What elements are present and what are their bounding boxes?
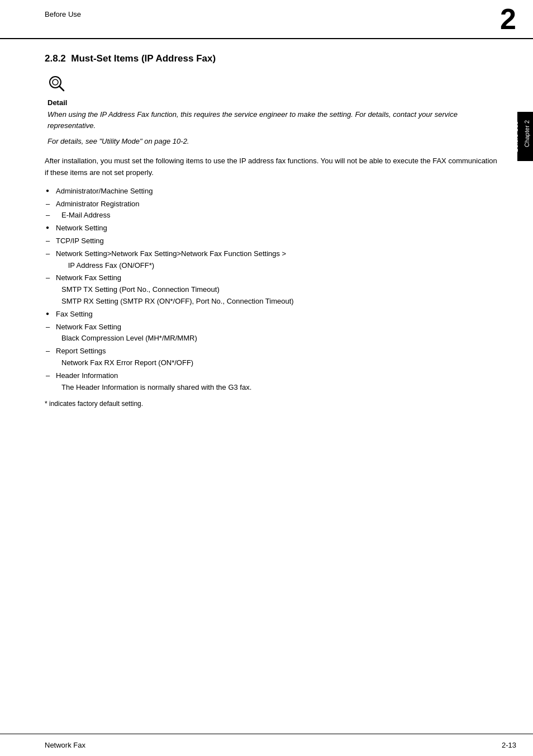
page-footer: Network Fax 2-13 xyxy=(0,734,533,756)
detail-title: Detail xyxy=(47,98,502,107)
list-item: Network Fax RX Error Report (ON*/OFF) xyxy=(45,357,502,369)
list-item: Header Information xyxy=(45,370,502,382)
list-item: TCP/IP Setting xyxy=(45,235,502,247)
list-item: Administrator/Machine Setting xyxy=(45,186,502,197)
detail-box: Detail When using the IP Address Fax fun… xyxy=(47,74,502,145)
right-side-tab: Chapter 2 Before Use xyxy=(517,112,533,161)
right-tab-before-use-label: Before Use xyxy=(512,121,519,152)
section-number: 2.8.2 xyxy=(45,53,66,64)
section-title: Must-Set Items (IP Address Fax) xyxy=(71,53,216,64)
detail-icon xyxy=(47,74,65,96)
footer-page-number: 2-13 xyxy=(502,741,516,749)
header-before-use-label: Before Use xyxy=(45,10,81,18)
list-item: Network Setting xyxy=(45,223,502,234)
top-header: Before Use 2 xyxy=(0,0,533,39)
section-heading: 2.8.2 Must-Set Items (IP Address Fax) xyxy=(45,53,502,64)
list-item: Network Setting>Network Fax Setting>Netw… xyxy=(45,248,502,272)
footnote: * indicates factory default setting. xyxy=(45,400,502,408)
list-item: Black Compression Level (MH*/MR/MMR) xyxy=(45,333,502,344)
items-list: Administrator/Machine Setting Administra… xyxy=(45,186,502,394)
right-tab-chapter-label: Chapter 2 xyxy=(524,120,530,147)
svg-line-1 xyxy=(60,87,64,91)
detail-text: When using the IP Address Fax function, … xyxy=(47,109,502,131)
intro-paragraph: After installation, you must set the fol… xyxy=(45,155,502,179)
list-item: SMTP TX Setting (Port No., Connection Ti… xyxy=(45,284,502,296)
list-item: E-Mail Address xyxy=(45,210,502,221)
list-item: Fax Setting xyxy=(45,309,502,320)
list-item: SMTP RX Setting (SMTP RX (ON*/OFF), Port… xyxy=(45,296,502,308)
list-item: Network Fax Setting xyxy=(45,272,502,284)
footer-network-fax-label: Network Fax xyxy=(45,741,85,749)
main-content: 2.8.2 Must-Set Items (IP Address Fax) De… xyxy=(0,39,533,734)
page-container: Before Use 2 Chapter 2 Before Use 2.8.2 … xyxy=(0,0,533,756)
list-item: Network Fax Setting xyxy=(45,322,502,333)
detail-reference: For details, see "Utility Mode" on page … xyxy=(47,137,502,145)
list-item: Report Settings xyxy=(45,346,502,357)
header-chapter-number: 2 xyxy=(500,4,516,34)
list-item: Administrator Registration xyxy=(45,199,502,210)
svg-point-2 xyxy=(53,79,58,85)
list-item: The Header Information is normally share… xyxy=(45,382,502,394)
